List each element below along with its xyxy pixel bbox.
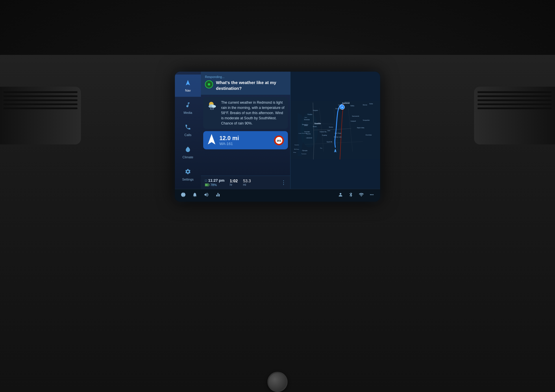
svg-text:Kent: Kent [328, 130, 330, 131]
calls-icon [185, 124, 191, 132]
weather-description: The current weather in Redmond is light … [221, 100, 284, 126]
sidebar-item-nav[interactable]: Nav [175, 75, 201, 97]
svg-text:Tumwater: Tumwater [301, 153, 307, 155]
bottom-left-icons [181, 192, 221, 199]
svg-text:Maltby: Maltby [351, 105, 355, 107]
voice-header: Responding... What's the weather like at… [201, 72, 290, 95]
svg-text:Sultan: Sultan [369, 103, 373, 105]
svg-line-5 [212, 108, 212, 110]
signal-icon[interactable] [359, 192, 364, 199]
screen-content: Nav Media [175, 72, 380, 202]
side-trim-right [474, 87, 555, 144]
more-options-icon[interactable] [369, 192, 374, 199]
voice-question: What's the weather like at my destinatio… [216, 80, 286, 91]
trip-battery: 78% [205, 183, 225, 187]
svg-text:Artondale: Artondale [304, 131, 310, 133]
dashboard-knob-area [249, 366, 306, 392]
svg-text:Puyallup: Puyallup [322, 135, 327, 136]
svg-text:Kamiche: Kamiche [295, 144, 299, 146]
voice-dot [208, 83, 210, 86]
equalizer-icon[interactable] [215, 192, 221, 199]
svg-text:161: 161 [277, 139, 282, 142]
climate-label: Climate [182, 155, 193, 159]
svg-text:Maple Valley: Maple Valley [357, 127, 365, 129]
sidebar-item-media[interactable]: Media [175, 97, 201, 119]
direction-road: WA-161 [219, 142, 271, 146]
sidebar-item-settings[interactable]: Settings [175, 164, 201, 186]
svg-text:Monroe: Monroe [363, 104, 367, 106]
gps-icon[interactable] [181, 192, 186, 199]
svg-text:Poulsbo: Poulsbo [308, 114, 312, 115]
svg-text:Enumclaw: Enumclaw [366, 134, 372, 136]
svg-text:Roy: Roy [320, 147, 322, 149]
responding-label: Responding... [205, 75, 286, 79]
notification-icon[interactable] [192, 192, 197, 199]
trip-more-button[interactable]: ⋮ [281, 179, 286, 186]
main-content: Nav Media [175, 72, 380, 189]
trip-distance: 53.3 [243, 179, 251, 183]
svg-text:Burien: Burien [313, 126, 317, 127]
svg-text:Renton: Renton [329, 127, 333, 128]
svg-point-3 [208, 105, 212, 107]
trip-duration: 1:02 [230, 179, 238, 183]
calls-label: Calls [184, 133, 191, 137]
settings-label: Settings [182, 178, 194, 181]
svg-text:Bremerton: Bremerton [302, 124, 308, 125]
svg-text:Silverdale: Silverdale [304, 119, 310, 120]
svg-text:Bonney Lake: Bonney Lake [334, 136, 342, 138]
svg-text:Eastmont: Eastmont [345, 101, 350, 103]
infotainment-screen: Nav Media [175, 72, 380, 202]
volume-icon[interactable] [204, 192, 209, 199]
svg-text:Olympia: Olympia [302, 150, 308, 151]
weather-card: The current weather in Redmond is light … [203, 97, 288, 129]
trip-duration-unit: hr [230, 183, 238, 186]
weather-icon [207, 100, 218, 114]
sidebar-item-calls[interactable]: Calls [175, 119, 201, 141]
svg-text:Lake Tapps: Lake Tapps [335, 133, 342, 134]
svg-text:Elma: Elma [293, 152, 296, 153]
voice-indicator [205, 80, 213, 88]
speed-limit-sign: 161 [274, 135, 284, 145]
car-interior: Nav Media [0, 0, 555, 392]
trip-distance-unit: mi [243, 183, 251, 186]
svg-text:⊞: ⊞ [341, 106, 343, 108]
direction-card: 12.0 mi WA-161 161 [203, 131, 288, 149]
bottom-status-bar [175, 189, 380, 202]
svg-rect-11 [209, 184, 210, 185]
direction-arrow-icon [207, 134, 216, 146]
map-svg: Seattle Redmond Lynnwood Shoreline Maltb… [291, 72, 380, 189]
sidebar: Nav Media [175, 72, 201, 189]
svg-text:Lakewood: Lakewood [306, 137, 312, 139]
bluetooth-icon[interactable] [348, 192, 354, 199]
svg-text:South Hill: South Hill [327, 141, 332, 143]
svg-line-6 [213, 108, 214, 110]
svg-text:Lower Peninsula: Lower Peninsula [299, 133, 307, 134]
side-trim-left [0, 87, 81, 144]
direction-distance: 12.0 mi [219, 135, 271, 142]
svg-text:McCleary: McCleary [294, 148, 299, 150]
svg-text:Seattle: Seattle [314, 122, 321, 125]
volume-knob[interactable] [267, 372, 288, 392]
svg-rect-12 [205, 184, 208, 186]
account-icon[interactable] [338, 192, 343, 199]
destination-icon: □ [205, 179, 207, 183]
voice-row: What's the weather like at my destinatio… [205, 80, 286, 91]
battery-percent: 78% [210, 183, 217, 187]
arrival-time: 11:27 pm [208, 178, 224, 183]
settings-icon [185, 168, 191, 177]
media-icon [185, 102, 191, 110]
bottom-right-icons [338, 192, 374, 199]
sidebar-item-climate[interactable]: Climate [175, 142, 201, 164]
svg-text:Kingston: Kingston [313, 110, 318, 111]
nav-icon [185, 79, 191, 88]
map-area: Seattle Redmond Lynnwood Shoreline Maltb… [291, 72, 380, 189]
svg-text:Snoqualmie: Snoqualmie [363, 120, 370, 121]
svg-marker-7 [208, 134, 215, 144]
svg-text:Inton: Inton [305, 117, 307, 118]
svg-text:Issaquah: Issaquah [351, 120, 356, 122]
svg-line-4 [210, 108, 211, 110]
svg-text:Federal Wa...: Federal Wa... [320, 131, 328, 133]
media-label: Media [184, 111, 192, 114]
nav-label: Nav [185, 89, 191, 92]
nav-panel: Responding... What's the weather like at… [201, 72, 291, 189]
